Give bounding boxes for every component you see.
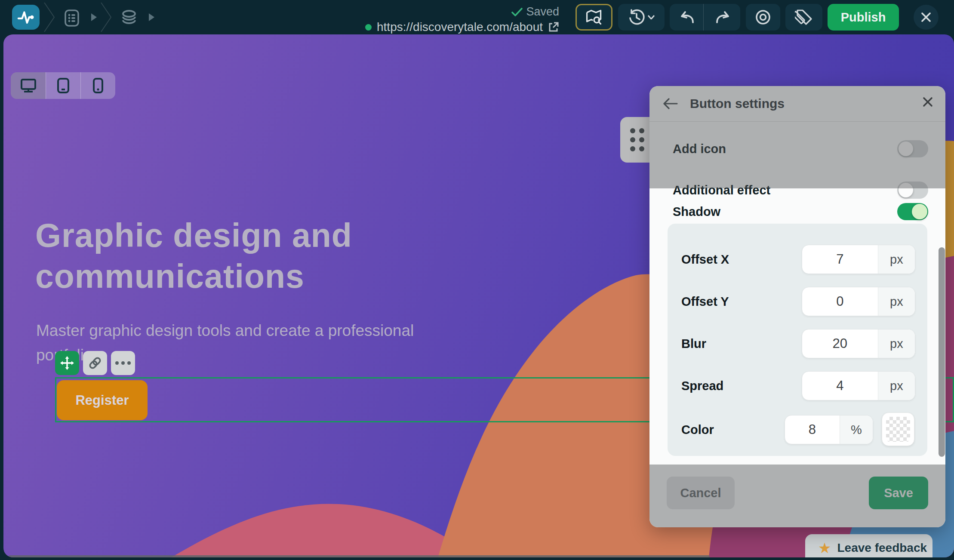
blur-row: Blur 20 px (668, 329, 927, 359)
site-url-row[interactable]: https://discoverytale.com/about (365, 20, 559, 34)
redo-button[interactable] (706, 4, 740, 31)
site-url[interactable]: https://discoverytale.com/about (377, 20, 543, 34)
color-row: Color 8 % (668, 415, 927, 445)
blur-input[interactable]: 20 px (802, 329, 915, 358)
hero-subtext-line1: Master graphic design tools and create a… (36, 318, 414, 343)
target-icon (755, 9, 771, 25)
star-icon: ★ (818, 541, 831, 555)
desktop-icon (20, 78, 37, 93)
leave-feedback-button[interactable]: ★ Leave feedback (805, 534, 932, 557)
preview-button[interactable] (575, 4, 612, 31)
close-icon (920, 12, 932, 23)
offset-y-label: Offset Y (681, 295, 729, 309)
hero-heading-line1: Graphic design and (35, 215, 352, 256)
chevron-right-icon[interactable] (149, 13, 154, 21)
offset-x-label: Offset X (681, 252, 729, 267)
shadow-toggle[interactable] (897, 203, 928, 220)
undo-button[interactable] (670, 4, 704, 31)
editor-topbar: Saved https://discoverytale.com/about (0, 0, 954, 34)
color-opacity-input[interactable]: 8 % (785, 415, 873, 444)
history-button[interactable] (618, 4, 665, 31)
offset-x-row: Offset X 7 px (668, 244, 927, 274)
offset-x-unit[interactable]: px (878, 245, 915, 274)
panel-drag-handle[interactable] (620, 117, 654, 163)
save-status-cluster: Saved https://discoverytale.com/about (365, 5, 559, 34)
design-tools-button[interactable] (785, 4, 822, 31)
editor-screen: Graphic design and communications Master… (0, 0, 954, 560)
color-opacity-value[interactable]: 8 (785, 415, 840, 444)
shadow-row: Shadow (649, 199, 945, 225)
color-label: Color (681, 423, 714, 437)
chevron-down-icon (648, 15, 655, 19)
undo-redo-group (670, 4, 740, 31)
pages-list-icon[interactable] (65, 9, 79, 27)
close-editor-button[interactable] (914, 5, 939, 30)
color-swatch-button[interactable] (882, 412, 914, 446)
offset-y-input[interactable]: 0 px (802, 287, 915, 316)
blur-value[interactable]: 20 (802, 329, 878, 358)
spread-unit[interactable]: px (878, 372, 915, 400)
device-switcher (11, 72, 115, 99)
offset-x-input[interactable]: 7 px (802, 245, 915, 274)
move-icon (60, 356, 74, 370)
history-icon (628, 9, 645, 26)
map-preview-icon (585, 9, 603, 26)
tablet-icon (57, 78, 69, 93)
breadcrumb-divider (44, 3, 55, 32)
spread-row: Spread 4 px (668, 371, 927, 401)
spread-input[interactable]: 4 px (802, 371, 915, 400)
shadow-label: Shadow (673, 205, 720, 219)
link-element-button[interactable] (83, 351, 107, 375)
offset-x-value[interactable]: 7 (802, 245, 878, 274)
color-opacity-unit[interactable]: % (840, 415, 873, 444)
target-button[interactable] (746, 4, 780, 31)
pulse-logo-icon (16, 9, 35, 26)
app-logo[interactable] (12, 5, 40, 30)
undo-icon (678, 10, 695, 24)
redo-icon (715, 10, 732, 24)
hero-heading-line2: communications (35, 256, 352, 297)
blur-unit[interactable]: px (878, 329, 915, 358)
button-settings-panel: Button settings Add icon Additional effe… (649, 86, 945, 527)
dim-overlay-bottom (649, 465, 945, 527)
element-more-button[interactable] (111, 351, 135, 375)
spread-label: Spread (681, 379, 723, 393)
feedback-label: Leave feedback (837, 541, 927, 555)
saved-status: Saved (365, 5, 559, 18)
offset-y-row: Offset Y 0 px (668, 286, 927, 317)
canvas-horizontal-scrollbar[interactable] (9, 555, 710, 557)
spread-value[interactable]: 4 (802, 372, 878, 400)
offset-y-value[interactable]: 0 (802, 287, 878, 316)
shadow-settings-card: Offset X 7 px Offset Y 0 px Blur 20 px (668, 224, 927, 456)
breadcrumb-divider (101, 3, 112, 32)
mobile-icon (93, 78, 103, 93)
device-mobile-button[interactable] (80, 72, 115, 99)
hero-heading[interactable]: Graphic design and communications (35, 215, 352, 297)
dim-overlay-top (649, 86, 945, 188)
blur-label: Blur (681, 337, 706, 351)
ellipsis-icon (115, 361, 131, 365)
online-status-dot (365, 24, 372, 31)
external-link-icon[interactable] (548, 22, 559, 33)
register-button[interactable]: Register (57, 380, 148, 420)
element-toolbar (55, 351, 135, 375)
device-tablet-button[interactable] (46, 72, 80, 99)
transparency-checker-icon (886, 417, 910, 442)
publish-button[interactable]: Publish (828, 4, 899, 31)
saved-label: Saved (526, 5, 559, 18)
device-desktop-button[interactable] (11, 72, 46, 99)
drag-dots-icon (630, 128, 644, 151)
move-element-button[interactable] (55, 351, 79, 375)
layers-icon[interactable] (121, 9, 137, 26)
link-icon (88, 356, 102, 370)
offset-y-unit[interactable]: px (878, 287, 915, 316)
chevron-right-icon[interactable] (91, 13, 97, 21)
panel-scrollbar[interactable] (939, 247, 945, 457)
check-icon (511, 7, 523, 17)
pencil-ruler-icon (795, 9, 813, 26)
